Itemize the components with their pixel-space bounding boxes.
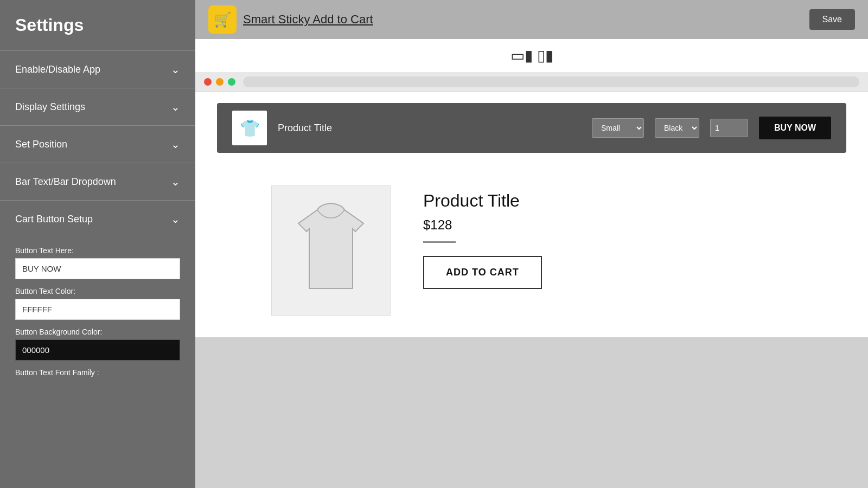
tshirt-icon: 👕 [240, 119, 260, 138]
chevron-down-icon: ⌄ [171, 138, 180, 151]
browser-bar [195, 72, 868, 92]
section-set-position: Set Position ⌄ [0, 125, 195, 163]
chevron-down-icon: ⌄ [171, 175, 180, 188]
button-bg-color-label: Button Background Color: [15, 328, 180, 336]
sticky-quantity-input[interactable] [710, 119, 748, 137]
browser-url-bar [243, 76, 859, 87]
sticky-product-image: 👕 [232, 111, 267, 145]
app-logo-area: 🛒 Smart Sticky Add to Cart [208, 5, 373, 34]
section-enable-disable: Enable/Disable App ⌄ [0, 50, 195, 88]
section-bar-text-header[interactable]: Bar Text/Bar Dropdown ⌄ [0, 163, 195, 200]
chevron-down-icon: ⌄ [171, 100, 180, 113]
sticky-bar-preview: 👕 Product Title Small Medium Large Black… [217, 103, 846, 153]
section-cart-button-header[interactable]: Cart Button Setup ⌄ [0, 201, 195, 237]
product-tshirt-image [288, 199, 374, 302]
button-bg-color-input[interactable] [15, 339, 180, 361]
section-display-settings-label: Display Settings [15, 101, 85, 113]
view-toggle-bar: ▭▮ ▯▮ [195, 39, 868, 72]
mobile-view-icon[interactable]: ▭▮ [510, 47, 533, 65]
preview-container: ▭▮ ▯▮ 👕 Product Title Small Medium La [195, 39, 868, 488]
browser-dot-green [228, 78, 235, 86]
product-info: Product Title $128 ADD TO CART [423, 185, 542, 289]
product-title: Product Title [423, 191, 520, 211]
section-enable-disable-label: Enable/Disable App [15, 64, 100, 75]
section-bar-text-label: Bar Text/Bar Dropdown [15, 176, 116, 188]
cart-icon: 🛒 [214, 11, 231, 28]
cart-button-setup-content: Button Text Here: Button Text Color: But… [0, 237, 195, 388]
section-bar-text: Bar Text/Bar Dropdown ⌄ [0, 163, 195, 200]
browser-mockup: 👕 Product Title Small Medium Large Black… [195, 72, 868, 337]
section-set-position-header[interactable]: Set Position ⌄ [0, 126, 195, 163]
button-text-color-label: Button Text Color: [15, 287, 180, 296]
button-text-input[interactable] [15, 258, 180, 279]
top-bar: 🛒 Smart Sticky Add to Cart Save [195, 0, 868, 39]
sticky-buy-now-button[interactable]: BUY NOW [759, 117, 831, 139]
product-image-wrapper [271, 185, 391, 316]
chevron-down-icon: ⌄ [171, 63, 180, 76]
section-cart-button-label: Cart Button Setup [15, 214, 93, 225]
button-text-label: Button Text Here: [15, 246, 180, 255]
section-enable-disable-header[interactable]: Enable/Disable App ⌄ [0, 51, 195, 88]
section-display-settings: Display Settings ⌄ [0, 88, 195, 125]
product-page: Product Title $128 ADD TO CART [217, 164, 846, 337]
sidebar: Settings Enable/Disable App ⌄ Display Se… [0, 0, 195, 488]
sticky-size-select[interactable]: Small Medium Large [592, 118, 644, 138]
sticky-product-title: Product Title [278, 123, 581, 134]
app-title: Smart Sticky Add to Cart [243, 12, 373, 27]
sticky-color-select[interactable]: Black White Red [655, 118, 699, 138]
browser-dot-red [204, 78, 212, 86]
button-text-color-input[interactable] [15, 299, 180, 320]
chevron-down-icon: ⌄ [171, 213, 180, 226]
section-set-position-label: Set Position [15, 139, 67, 150]
section-cart-button: Cart Button Setup ⌄ Button Text Here: Bu… [0, 200, 195, 388]
save-button[interactable]: Save [809, 9, 855, 30]
section-display-settings-header[interactable]: Display Settings ⌄ [0, 88, 195, 125]
main-area: 🛒 Smart Sticky Add to Cart Save ▭▮ ▯▮ 👕 [195, 0, 868, 488]
app-logo-icon: 🛒 [208, 5, 237, 34]
button-font-family-label: Button Text Font Family : [15, 368, 180, 377]
product-divider [423, 241, 456, 243]
add-to-cart-button[interactable]: ADD TO CART [423, 256, 542, 289]
product-price: $128 [423, 217, 452, 233]
browser-dot-yellow [216, 78, 224, 86]
sidebar-title: Settings [0, 0, 195, 50]
desktop-view-icon[interactable]: ▯▮ [537, 47, 553, 65]
